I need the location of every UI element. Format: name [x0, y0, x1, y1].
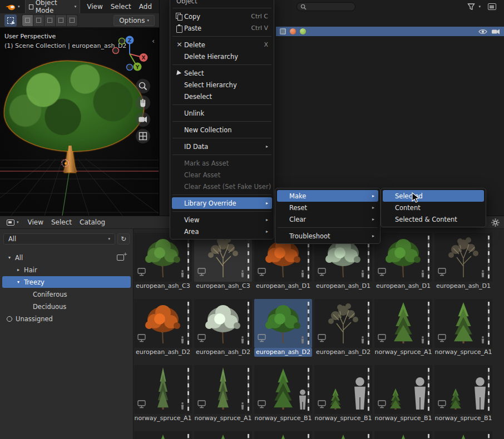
asset-norway-spruce-a1[interactable]: norway_spruce_A1 — [194, 365, 252, 423]
menu-item-id-data[interactable]: ID Data▸ — [172, 141, 272, 152]
asset-norway-spruce-b1[interactable]: norway_spruce_B1 — [254, 365, 312, 423]
camera-view-button[interactable] — [136, 112, 150, 127]
triangle-right-icon[interactable]: ▸ — [16, 267, 21, 272]
select-mode-extend[interactable] — [33, 15, 44, 26]
menu-item-clear[interactable]: Clear▸ — [277, 213, 378, 225]
asset-european-ash-d2[interactable]: european_ash_D2 — [314, 299, 372, 357]
n-panel-toggle-icon[interactable]: ‹ — [152, 37, 155, 45]
asset-european-ash-d1[interactable]: european_ash_D1 — [374, 233, 432, 291]
menu-item-area[interactable]: Area▸ — [172, 226, 272, 237]
display-mode-icon[interactable] — [488, 3, 496, 10]
toggle-ortho-button[interactable] — [136, 129, 150, 143]
editor-type-button[interactable]: ▾ — [4, 218, 21, 227]
menu-item-troubleshoot[interactable]: Troubleshoot▸ — [277, 230, 378, 242]
eye-icon[interactable] — [478, 28, 487, 35]
refresh-button[interactable]: ↻ — [117, 233, 130, 245]
menu-item-label: Reset — [289, 204, 365, 212]
render-camera-icon[interactable] — [491, 28, 500, 35]
catalog-item-treezy[interactable]: ▾Treezy — [2, 276, 131, 288]
asset-european-ash-c3[interactable]: european_ash_C3 — [194, 233, 252, 291]
menu-item-view[interactable]: View▸ — [172, 214, 272, 226]
asset-european-ash-d2[interactable]: european_ash_D2 — [134, 299, 192, 357]
menu-select[interactable]: Select — [107, 2, 135, 12]
asset-european-ash-c3[interactable]: european_ash_C3 — [134, 233, 192, 291]
menu-item-delete[interactable]: DeleteX — [172, 39, 272, 51]
menu-item-select[interactable]: Select — [172, 67, 272, 79]
menu-item-clear-asset-set-fake-user: Clear Asset (Set Fake User) — [172, 181, 272, 192]
asset-partial[interactable] — [434, 431, 492, 439]
asset-norway-spruce-a1[interactable]: norway_spruce_A1 — [374, 299, 432, 357]
menu-icon-spacer — [175, 159, 184, 168]
asset-partial[interactable] — [314, 431, 372, 439]
asset-partial[interactable] — [194, 431, 252, 439]
asset-norway-spruce-b1[interactable]: norway_spruce_B1 — [314, 365, 372, 423]
search-input[interactable] — [297, 2, 355, 11]
select-mode-new[interactable] — [22, 15, 33, 26]
asset-label: norway_spruce_A1 — [194, 414, 252, 423]
navigation-gizmo[interactable]: Z X Y — [108, 32, 151, 76]
menu-select[interactable]: Select — [47, 217, 76, 227]
asset-thumbnail — [374, 233, 432, 282]
menu-item-unlink[interactable]: Unlink — [172, 107, 272, 119]
asset-norway-spruce-b1[interactable]: norway_spruce_B1 — [374, 365, 432, 423]
triangle-down-icon[interactable]: ▾ — [7, 255, 12, 260]
menu-item-deselect[interactable]: Deselect — [172, 91, 272, 102]
asset-partial[interactable] — [374, 431, 432, 439]
asset-european-ash-d2[interactable]: european_ash_D2 — [194, 299, 252, 357]
catalog-item-hair[interactable]: ▸Hair — [2, 264, 131, 276]
menu-separator — [172, 64, 271, 65]
pan-button[interactable] — [136, 96, 150, 110]
menu-item-new-collection[interactable]: New Collection — [172, 124, 272, 136]
menu-item-select-hierarchy[interactable]: Select Hierarchy — [172, 79, 272, 91]
new-catalog-icon[interactable] — [117, 255, 124, 261]
catalog-item-all[interactable]: ▾All — [2, 252, 131, 263]
asset-norway-spruce-a1[interactable]: norway_spruce_A1 — [134, 365, 192, 423]
select-mode-intersect[interactable] — [67, 15, 77, 26]
selected-tree-object[interactable] — [4, 61, 144, 172]
menu-item-make[interactable]: Make▸ — [277, 190, 378, 202]
asset-thumbnail — [254, 299, 312, 348]
menu-item-selected[interactable]: Selected — [383, 190, 484, 202]
context-menu-title: Object — [171, 0, 273, 6]
select-mode-invert[interactable] — [56, 15, 66, 26]
menu-view[interactable]: View — [83, 2, 106, 12]
menu-item-delete-hierarchy[interactable]: Delete Hierarchy — [172, 51, 272, 62]
asset-thumbnail — [134, 233, 192, 282]
menu-item-content[interactable]: Content — [383, 202, 484, 213]
menu-icon-spacer — [175, 216, 184, 225]
3d-viewport[interactable]: User Perspective (1) Scene Collection | … — [0, 28, 159, 216]
zoom-button[interactable] — [136, 79, 150, 93]
menu-item-selected-content[interactable]: Selected & Content — [383, 213, 484, 225]
menu-item-paste[interactable]: PasteCtrl V — [172, 22, 272, 34]
library-select[interactable]: All ▾ — [3, 233, 115, 245]
menu-add[interactable]: Add — [135, 2, 156, 12]
asset-norway-spruce-a1[interactable]: norway_spruce_A1 — [434, 299, 492, 357]
editor-type-button[interactable]: ▾ — [3, 2, 22, 12]
menu-item-reset[interactable]: Reset▸ — [277, 202, 378, 213]
menu-view[interactable]: View — [24, 217, 47, 227]
options-dropdown[interactable]: Options ▾ — [113, 15, 155, 26]
asset-norway-spruce-b1[interactable]: norway_spruce_B1 — [434, 365, 492, 423]
menu-item-library-override[interactable]: Library Override▸ — [172, 197, 272, 209]
gear-icon[interactable] — [491, 218, 500, 227]
filter-icon[interactable] — [467, 3, 475, 11]
select-mode-subtract[interactable] — [45, 15, 55, 26]
menu-shortcut: Ctrl V — [251, 24, 268, 32]
chevron-down-icon[interactable]: ▾ — [478, 4, 481, 9]
triangle-down-icon[interactable]: ▾ — [16, 280, 21, 285]
menu-catalog[interactable]: Catalog — [76, 217, 109, 227]
asset-european-ash-d1[interactable]: european_ash_D1 — [434, 233, 492, 291]
asset-european-ash-d2[interactable]: european_ash_D2 — [254, 299, 312, 357]
catalog-item-coniferous[interactable]: Coniferous — [2, 288, 131, 300]
menu-item-label: View — [184, 216, 259, 224]
catalog-item-unassigned[interactable]: Unassigned — [2, 313, 131, 325]
menu-separator — [172, 154, 271, 155]
outliner-selected-row[interactable] — [276, 27, 504, 36]
active-tool-button[interactable] — [4, 14, 17, 27]
svg-text:Z: Z — [128, 38, 132, 43]
asset-partial[interactable] — [254, 431, 312, 439]
catalog-item-deciduous[interactable]: Deciduous — [2, 301, 131, 312]
x-icon — [175, 41, 184, 49]
asset-partial[interactable] — [134, 431, 192, 439]
menu-item-copy[interactable]: CopyCtrl C — [172, 11, 272, 22]
